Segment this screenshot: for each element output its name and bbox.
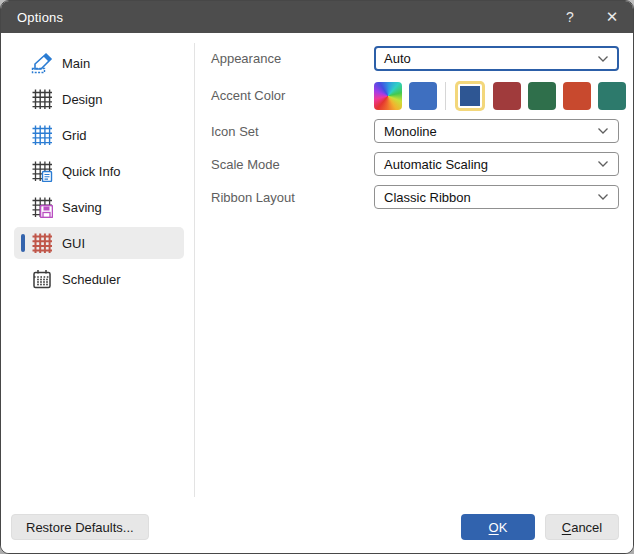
dialog-body: MainDesignGridQuick InfoSavingGUISchedul… xyxy=(1,33,633,553)
blue-swatch[interactable] xyxy=(409,82,437,110)
sidebar-item-label: Design xyxy=(62,92,102,107)
setting-label: Appearance xyxy=(211,51,374,66)
sidebar-item-grid[interactable]: Grid xyxy=(14,119,184,151)
navy-swatch[interactable] xyxy=(458,84,482,108)
sidebar-item-design[interactable]: Design xyxy=(14,83,184,115)
sidebar-item-label: Saving xyxy=(62,200,102,215)
setting-row: Icon SetMonoline xyxy=(211,119,619,143)
appearance-dropdown[interactable]: Auto xyxy=(374,46,619,71)
sidebar-item-main[interactable]: Main xyxy=(14,47,184,79)
close-icon[interactable]: ✕ xyxy=(591,1,633,33)
ok-button[interactable]: OK xyxy=(461,514,535,540)
main-drawing-tools-icon xyxy=(31,52,53,74)
ribbon-layout-dropdown[interactable]: Classic Ribbon xyxy=(374,185,619,209)
dropdown-value: Auto xyxy=(384,51,597,66)
green-swatch[interactable] xyxy=(528,82,556,110)
dropdown-value: Automatic Scaling xyxy=(384,157,597,172)
sidebar-item-quick-info[interactable]: Quick Info xyxy=(14,155,184,187)
help-icon[interactable]: ? xyxy=(549,1,591,33)
chevron-down-icon xyxy=(597,193,609,201)
settings-panel: AppearanceAutoAccent ColorIcon SetMonoli… xyxy=(195,33,633,553)
setting-label: Scale Mode xyxy=(211,157,374,172)
teal-swatch[interactable] xyxy=(598,82,626,110)
swatch-separator xyxy=(445,82,446,110)
accent-color-swatches xyxy=(374,80,621,111)
window-title: Options xyxy=(1,10,549,25)
icon-set-dropdown[interactable]: Monoline xyxy=(374,119,619,143)
scale-mode-dropdown[interactable]: Automatic Scaling xyxy=(374,152,619,176)
sidebar-item-label: Grid xyxy=(62,128,87,143)
setting-row: Scale ModeAutomatic Scaling xyxy=(211,152,619,176)
setting-label: Icon Set xyxy=(211,124,374,139)
chevron-down-icon xyxy=(597,127,609,135)
restore-defaults-button[interactable]: Restore Defaults... xyxy=(11,514,149,540)
sidebar-item-label: Main xyxy=(62,56,90,71)
dropdown-value: Classic Ribbon xyxy=(384,190,597,205)
scheduler-calendar-icon xyxy=(31,268,53,290)
saving-grid-floppy-icon xyxy=(31,196,53,218)
sidebar-item-scheduler[interactable]: Scheduler xyxy=(14,263,184,295)
titlebar: Options ? ✕ xyxy=(1,1,633,33)
design-grid-icon xyxy=(31,88,53,110)
sidebar-item-label: GUI xyxy=(62,236,85,251)
cancel-button[interactable]: Cancel xyxy=(545,514,619,540)
setting-row: Ribbon LayoutClassic Ribbon xyxy=(211,185,619,209)
chevron-down-icon xyxy=(597,55,609,63)
sidebar-item-label: Scheduler xyxy=(62,272,121,287)
color-wheel-swatch[interactable] xyxy=(374,82,402,110)
sidebar: MainDesignGridQuick InfoSavingGUISchedul… xyxy=(1,43,194,299)
setting-row: Accent Color xyxy=(211,80,619,111)
options-dialog: Options ? ✕ MainDesignGridQuick InfoSavi… xyxy=(0,0,634,554)
sidebar-item-label: Quick Info xyxy=(62,164,121,179)
setting-label: Accent Color xyxy=(211,88,374,103)
dark-red-swatch[interactable] xyxy=(493,82,521,110)
sidebar-item-gui[interactable]: GUI xyxy=(14,227,184,259)
orange-swatch[interactable] xyxy=(563,82,591,110)
sidebar-item-saving[interactable]: Saving xyxy=(14,191,184,223)
setting-row: AppearanceAuto xyxy=(211,46,619,71)
gui-grid-red-icon xyxy=(31,232,53,254)
grid-blue-icon xyxy=(31,124,53,146)
dropdown-value: Monoline xyxy=(384,124,597,139)
setting-label: Ribbon Layout xyxy=(211,190,374,205)
chevron-down-icon xyxy=(597,160,609,168)
quick-info-grid-note-icon xyxy=(31,160,53,182)
